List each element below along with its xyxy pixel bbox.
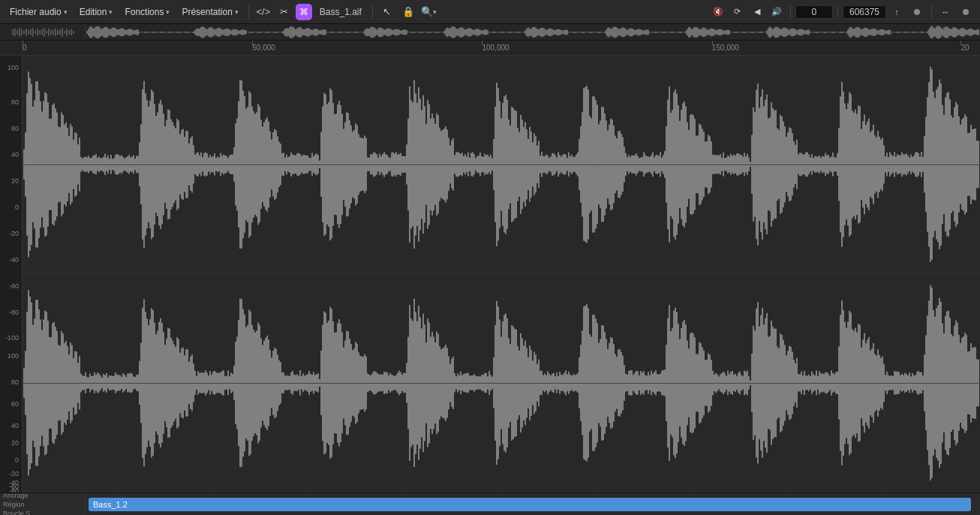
link-button[interactable]: ⌘ (296, 4, 312, 20)
bottom-bar: Ancrage Région Boucle S. Bass_1.2 (0, 492, 980, 515)
loop-icon: ⟳ (734, 7, 741, 17)
db-labels: 100806040200-20-40-60-80-100100806040200… (0, 56, 22, 492)
scrub-bar (0, 24, 980, 41)
menu-edition[interactable]: Edition ▾ (74, 5, 119, 20)
loop-label: Boucle S. (3, 510, 82, 516)
lock-icon: 🔒 (402, 6, 414, 17)
info-left: Ancrage Région Boucle S. (0, 493, 86, 515)
mute-button[interactable]: 🔇 (709, 4, 727, 20)
db-label: 80 (11, 99, 19, 106)
chevron-down-icon: ▾ (109, 8, 113, 16)
menu-fonctions[interactable]: Fonctions ▾ (119, 5, 175, 20)
db-label: -20 (9, 230, 19, 237)
separator (790, 5, 791, 19)
scissors-button[interactable]: ✂ (275, 4, 294, 20)
zoom-icon: 🔍 (421, 6, 433, 17)
region-bar-area: Bass_1.2 (86, 493, 980, 515)
volume-button[interactable]: 🔊 (768, 4, 786, 20)
channel-bottom (23, 274, 980, 492)
code-icon: </> (256, 6, 270, 17)
scrub-mini-waveform (9, 26, 77, 38)
db-label: -60 (9, 283, 19, 290)
transport-controls: 🔇 ⟳ ◀ 🔊 (709, 4, 786, 20)
anchor-label: Ancrage (3, 492, 82, 499)
db-label: 40 (11, 152, 19, 158)
scrub-track-area[interactable] (86, 24, 980, 40)
region-name: Bass_1.2 (93, 500, 128, 509)
zoom-button[interactable]: 🔍 ▾ (419, 4, 439, 20)
region-label: Région (3, 501, 82, 508)
link-icon: ⌘ (299, 7, 308, 17)
separator (931, 5, 932, 19)
db-label: 20 (11, 178, 19, 185)
db-label: -80 (9, 309, 19, 316)
time-mark-100000: 100,000 (482, 41, 509, 52)
waveform-bottom-canvas (23, 274, 980, 492)
separator (837, 5, 838, 19)
filename-label: Bass_1.aif (314, 7, 368, 17)
time-ruler: 0 50,000 100,000 150,000 20 (23, 41, 980, 56)
main-area: 100806040200-20-40-60-80-100100806040200… (0, 41, 980, 492)
chevron-down-icon: ▾ (235, 8, 239, 16)
db-label: 0 (15, 204, 19, 211)
circle-indicator-2[interactable] (956, 4, 975, 20)
waveform-top-canvas (23, 56, 980, 273)
db-label: 60 (11, 401, 19, 408)
menu-fichier-audio[interactable]: Fichier audio ▾ (5, 5, 73, 20)
ruler-top (0, 41, 22, 56)
db-label: 100 (8, 65, 19, 71)
channels (23, 56, 980, 492)
toolbar: Fichier audio ▾ Edition ▾ Fonctions ▾ Pr… (0, 0, 980, 24)
separator (248, 5, 249, 19)
db-label: -100 (5, 335, 19, 342)
db-label: 100 (8, 353, 19, 360)
db-label: 40 (11, 423, 19, 429)
menu-presentation[interactable]: Présentation ▾ (176, 5, 243, 20)
time-mark-50000: 50,000 (252, 41, 275, 52)
time-mark-150000: 150,000 (712, 41, 739, 52)
svg-point-0 (914, 9, 920, 15)
volume-icon: 🔊 (771, 7, 782, 17)
chevron-down-icon: ▾ (64, 8, 68, 16)
rewind-icon: ◀ (754, 7, 760, 17)
circle-icon-2 (962, 8, 969, 16)
db-ruler: 100806040200-20-40-60-80-100100806040200… (0, 41, 23, 492)
pointer-tool-button[interactable]: ↖ (377, 4, 397, 20)
scrub-waveform-canvas (86, 24, 980, 40)
channel-top (23, 56, 980, 274)
scissors-icon: ✂ (280, 6, 288, 17)
waveform-area: 0 50,000 100,000 150,000 20 (23, 41, 980, 492)
separator (372, 5, 373, 19)
time-mark-0: 0 (23, 41, 27, 52)
stretch-left-button[interactable]: ↔ (936, 4, 954, 20)
code-view-button[interactable]: </> (254, 4, 273, 20)
counter-right: 606375 (843, 5, 886, 19)
mute-icon: 🔇 (713, 7, 723, 17)
db-label: -20 (9, 471, 19, 477)
db-label: -40 (9, 257, 19, 264)
db-label: 80 (11, 379, 19, 386)
chevron-down-icon: ▾ (166, 8, 170, 16)
counter-up-button[interactable]: ↑ (888, 4, 906, 20)
db-label: 20 (11, 440, 19, 447)
region-bar[interactable]: Bass_1.2 (89, 498, 971, 511)
lock-button[interactable]: 🔒 (398, 4, 418, 20)
circle-icon (913, 8, 921, 16)
time-mark-end: 20 (960, 41, 969, 52)
circle-indicator[interactable] (907, 4, 927, 20)
db-label: 60 (11, 125, 19, 132)
rewind-button[interactable]: ◀ (748, 4, 766, 20)
counter-left: 0 (795, 5, 833, 19)
chevron-down-icon: ▾ (433, 8, 437, 16)
db-label: 0 (15, 457, 19, 464)
pointer-icon: ↖ (383, 6, 391, 17)
svg-point-1 (963, 9, 969, 15)
loop-button[interactable]: ⟳ (729, 4, 747, 20)
scrub-left-pad (0, 24, 86, 40)
